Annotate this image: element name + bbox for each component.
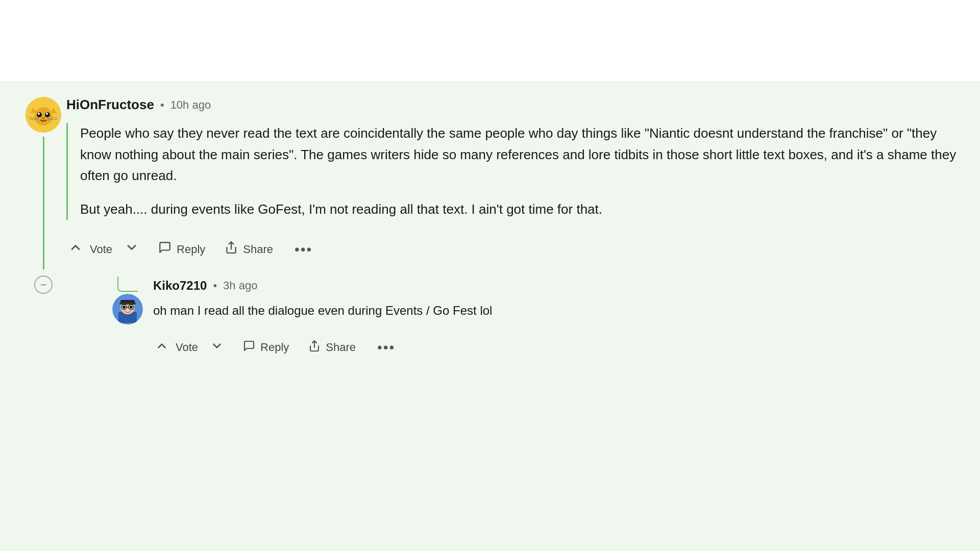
- reply-header: Kiko7210 • 3h ago: [153, 279, 960, 293]
- vote-label: Vote: [90, 243, 112, 256]
- reply-vote-label: Vote: [176, 341, 198, 354]
- comment-paragraph-1: People who say they never read the text …: [80, 123, 960, 187]
- reply-downvote-icon: [210, 339, 224, 356]
- comment-header: HiOnFructose • 10h ago: [66, 97, 960, 113]
- reply-left-col: [112, 277, 143, 364]
- downvote-icon: [125, 240, 139, 258]
- avatar-hion: [26, 97, 61, 133]
- dot-separator: •: [160, 98, 164, 112]
- reply-button[interactable]: Reply: [156, 237, 207, 262]
- svg-point-10: [42, 117, 45, 119]
- reply-paragraph: oh man I read all the dialogue even duri…: [153, 301, 960, 320]
- top-spacer: [0, 0, 980, 82]
- reply-downvote-button[interactable]: [208, 335, 226, 360]
- svg-point-9: [46, 113, 48, 115]
- svg-point-23: [122, 306, 126, 309]
- main-comment: − HiOnFructose • 10h ago People who say …: [20, 97, 960, 364]
- reply-username: Kiko7210: [153, 279, 207, 293]
- thread-line: [43, 137, 44, 269]
- reply-timestamp: 3h ago: [223, 279, 257, 292]
- downvote-button[interactable]: [122, 236, 141, 262]
- upvote-icon: [68, 240, 83, 258]
- collapse-icon: −: [40, 279, 46, 291]
- thread-line-wrapper: −: [34, 137, 53, 294]
- share-label: Share: [243, 243, 273, 256]
- reply-icon: [158, 241, 172, 258]
- reply-dot: •: [213, 279, 217, 292]
- reply-upvote-icon: [155, 339, 168, 356]
- comment-thread: − HiOnFructose • 10h ago People who say …: [20, 97, 960, 364]
- reply-share-icon: [308, 340, 321, 356]
- reply-upvote-button[interactable]: [153, 335, 170, 360]
- svg-rect-20: [119, 303, 136, 305]
- svg-point-24: [130, 306, 133, 309]
- left-col: −: [20, 97, 66, 294]
- reply-curve: [117, 277, 138, 292]
- comment-body: People who say they never read the text …: [66, 123, 960, 220]
- share-icon: [225, 241, 238, 258]
- reply-action-bar: Vote: [153, 331, 960, 364]
- upvote-button[interactable]: [66, 236, 85, 262]
- svg-point-8: [38, 113, 40, 115]
- comment-username: HiOnFructose: [66, 97, 154, 113]
- comments-section: − HiOnFructose • 10h ago People who say …: [0, 82, 980, 551]
- more-icon: •••: [295, 241, 312, 257]
- comment-paragraph-2: But yeah.... during events like GoFest, …: [80, 199, 960, 220]
- reply-reply-label: Reply: [260, 341, 289, 354]
- comment-action-bar: Vote Reply: [66, 232, 960, 266]
- reply-label: Reply: [177, 243, 205, 256]
- reply-share-label: Share: [326, 341, 356, 354]
- reply-share-button[interactable]: Share: [306, 336, 358, 360]
- avatar-kiko: [112, 294, 143, 324]
- reply-reply-button[interactable]: Reply: [241, 336, 291, 360]
- more-button[interactable]: •••: [290, 239, 316, 260]
- collapse-button[interactable]: −: [34, 276, 53, 294]
- reply-more-button[interactable]: •••: [373, 337, 399, 358]
- share-button[interactable]: Share: [223, 237, 275, 262]
- svg-point-1: [34, 107, 53, 126]
- reply-thread: Kiko7210 • 3h ago oh man I read all the …: [112, 277, 960, 364]
- reply-body: oh man I read all the dialogue even duri…: [153, 301, 960, 320]
- reply-content: Kiko7210 • 3h ago oh man I read all the …: [153, 277, 960, 364]
- comment-content: HiOnFructose • 10h ago People who say th…: [66, 97, 960, 364]
- reply-reply-icon: [243, 340, 255, 356]
- reply-more-icon: •••: [377, 339, 395, 355]
- comment-timestamp: 10h ago: [170, 98, 211, 112]
